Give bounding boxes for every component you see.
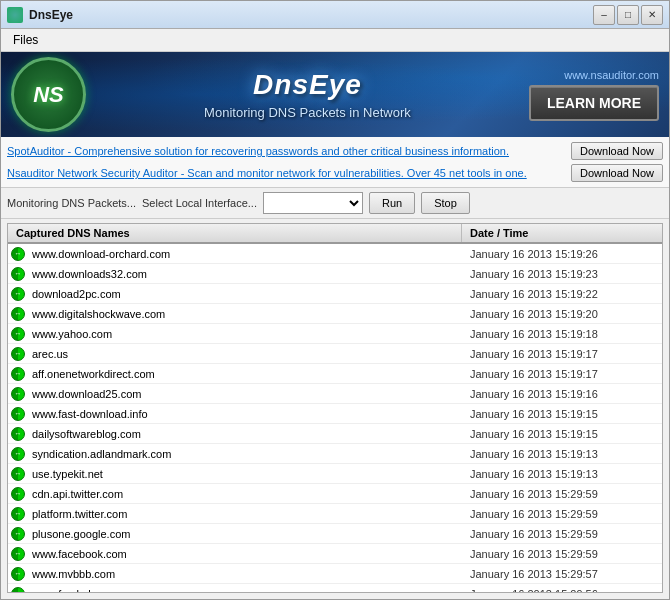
dns-icon bbox=[11, 567, 25, 581]
dns-row-icon bbox=[8, 384, 28, 404]
table-row[interactable]: www.facebook.com January 16 2013 15:29:5… bbox=[8, 544, 662, 564]
dns-date: January 16 2013 15:19:23 bbox=[462, 268, 662, 280]
banner-center: DnsEye Monitoring DNS Packets in Network bbox=[86, 69, 529, 120]
dns-row-icon bbox=[8, 244, 28, 264]
table-row[interactable]: plusone.google.com January 16 2013 15:29… bbox=[8, 524, 662, 544]
dns-icon bbox=[11, 407, 25, 421]
table-row[interactable]: www.digitalshockwave.com January 16 2013… bbox=[8, 304, 662, 324]
dns-date: January 16 2013 15:19:17 bbox=[462, 348, 662, 360]
title-bar: DnsEye – □ ✕ bbox=[1, 1, 669, 29]
dns-icon bbox=[11, 267, 25, 281]
download-button-1[interactable]: Download Now bbox=[571, 142, 663, 160]
dns-icon bbox=[11, 427, 25, 441]
dns-row-icon bbox=[8, 464, 28, 484]
dns-row-icon bbox=[8, 284, 28, 304]
dns-row-icon bbox=[8, 344, 28, 364]
dns-date: January 16 2013 15:19:15 bbox=[462, 408, 662, 420]
dns-row-icon bbox=[8, 444, 28, 464]
table-header: Captured DNS Names Date / Time bbox=[8, 224, 662, 244]
dns-name: www.facebook.com bbox=[28, 548, 462, 560]
title-bar-left: DnsEye bbox=[7, 7, 73, 23]
table-row[interactable]: www.freshshare.com January 16 2013 15:29… bbox=[8, 584, 662, 592]
banner-website: www.nsauditor.com bbox=[564, 69, 659, 81]
dns-icon bbox=[11, 547, 25, 561]
ad-row-1: SpotAuditor - Comprehensive solution for… bbox=[7, 140, 663, 162]
dns-date: January 16 2013 15:19:13 bbox=[462, 448, 662, 460]
dns-name: plusone.google.com bbox=[28, 528, 462, 540]
dns-row-icon bbox=[8, 484, 28, 504]
table-row[interactable]: aff.onenetworkdirect.com January 16 2013… bbox=[8, 364, 662, 384]
dns-date: January 16 2013 15:19:15 bbox=[462, 428, 662, 440]
table-row[interactable]: www.yahoo.com January 16 2013 15:19:18 bbox=[8, 324, 662, 344]
dns-name: cdn.api.twitter.com bbox=[28, 488, 462, 500]
dns-name: syndication.adlandmark.com bbox=[28, 448, 462, 460]
dns-row-icon bbox=[8, 404, 28, 424]
download-button-2[interactable]: Download Now bbox=[571, 164, 663, 182]
logo-text: NS bbox=[33, 82, 64, 108]
files-menu[interactable]: Files bbox=[7, 31, 44, 49]
dns-name: download2pc.com bbox=[28, 288, 462, 300]
dns-name: dailysoftwareblog.com bbox=[28, 428, 462, 440]
dns-row-icon bbox=[8, 424, 28, 444]
stop-button[interactable]: Stop bbox=[421, 192, 470, 214]
table-row[interactable]: arec.us January 16 2013 15:19:17 bbox=[8, 344, 662, 364]
dns-date: January 16 2013 15:19:20 bbox=[462, 308, 662, 320]
dns-name: www.download-orchard.com bbox=[28, 248, 462, 260]
dns-icon bbox=[11, 467, 25, 481]
dns-row-icon bbox=[8, 544, 28, 564]
menu-bar: Files bbox=[1, 29, 669, 52]
dns-date: January 16 2013 15:19:22 bbox=[462, 288, 662, 300]
dns-table: Captured DNS Names Date / Time www.downl… bbox=[7, 223, 663, 593]
banner-title: DnsEye bbox=[253, 69, 362, 101]
dns-date: January 16 2013 15:19:17 bbox=[462, 368, 662, 380]
dns-row-icon bbox=[8, 564, 28, 584]
dns-name: aff.onenetworkdirect.com bbox=[28, 368, 462, 380]
ad-link-2[interactable]: Nsauditor Network Security Auditor - Sca… bbox=[7, 167, 527, 179]
run-button[interactable]: Run bbox=[369, 192, 415, 214]
dns-name: www.mvbbb.com bbox=[28, 568, 462, 580]
dns-date: January 16 2013 15:29:59 bbox=[462, 488, 662, 500]
ad-row-2: Nsauditor Network Security Auditor - Sca… bbox=[7, 162, 663, 184]
dns-name: platform.twitter.com bbox=[28, 508, 462, 520]
dns-icon bbox=[11, 527, 25, 541]
toolbar: Monitoring DNS Packets... Select Local I… bbox=[1, 188, 669, 219]
dns-icon bbox=[11, 487, 25, 501]
table-body: www.download-orchard.com January 16 2013… bbox=[8, 244, 662, 592]
table-row[interactable]: www.mvbbb.com January 16 2013 15:29:57 bbox=[8, 564, 662, 584]
table-row[interactable]: platform.twitter.com January 16 2013 15:… bbox=[8, 504, 662, 524]
dns-row-icon bbox=[8, 264, 28, 284]
dns-icon bbox=[11, 367, 25, 381]
dns-row-icon bbox=[8, 304, 28, 324]
dns-name: www.digitalshockwave.com bbox=[28, 308, 462, 320]
close-button[interactable]: ✕ bbox=[641, 5, 663, 25]
dns-row-icon bbox=[8, 504, 28, 524]
learn-more-button[interactable]: LEARN MORE bbox=[529, 85, 659, 121]
dns-icon bbox=[11, 327, 25, 341]
banner: NS DnsEye Monitoring DNS Packets in Netw… bbox=[1, 52, 669, 137]
dns-name: arec.us bbox=[28, 348, 462, 360]
dns-icon bbox=[11, 507, 25, 521]
main-window: DnsEye – □ ✕ Files NS DnsEye Monitoring … bbox=[0, 0, 670, 600]
dns-name: use.typekit.net bbox=[28, 468, 462, 480]
dns-row-icon bbox=[8, 524, 28, 544]
table-row[interactable]: use.typekit.net January 16 2013 15:19:13 bbox=[8, 464, 662, 484]
ad-link-1[interactable]: SpotAuditor - Comprehensive solution for… bbox=[7, 145, 509, 157]
dns-icon bbox=[11, 387, 25, 401]
table-row[interactable]: dailysoftwareblog.com January 16 2013 15… bbox=[8, 424, 662, 444]
table-row[interactable]: www.download-orchard.com January 16 2013… bbox=[8, 244, 662, 264]
table-row[interactable]: www.downloads32.com January 16 2013 15:1… bbox=[8, 264, 662, 284]
interface-label: Select Local Interface... bbox=[142, 197, 257, 209]
dns-icon bbox=[11, 287, 25, 301]
dns-date: January 16 2013 15:29:56 bbox=[462, 588, 662, 593]
minimize-button[interactable]: – bbox=[593, 5, 615, 25]
dns-name: www.fast-download.info bbox=[28, 408, 462, 420]
table-row[interactable]: www.download25.com January 16 2013 15:19… bbox=[8, 384, 662, 404]
table-row[interactable]: www.fast-download.info January 16 2013 1… bbox=[8, 404, 662, 424]
maximize-button[interactable]: □ bbox=[617, 5, 639, 25]
interface-dropdown[interactable] bbox=[263, 192, 363, 214]
table-row[interactable]: download2pc.com January 16 2013 15:19:22 bbox=[8, 284, 662, 304]
table-row[interactable]: syndication.adlandmark.com January 16 20… bbox=[8, 444, 662, 464]
dns-icon bbox=[11, 347, 25, 361]
dns-date: January 16 2013 15:19:16 bbox=[462, 388, 662, 400]
table-row[interactable]: cdn.api.twitter.com January 16 2013 15:2… bbox=[8, 484, 662, 504]
